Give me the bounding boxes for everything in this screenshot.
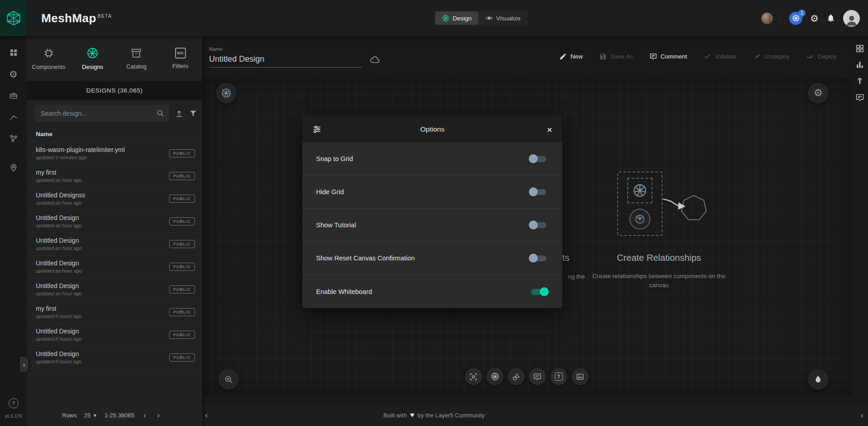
footer-built-with: Built with — [383, 412, 407, 419]
dashboard-icon[interactable] — [9, 48, 18, 57]
edit-pencil-icon — [559, 53, 567, 60]
pagination: Rows 25 ▾ 1-25 36065 ‹ › — [27, 404, 202, 426]
clipped-subtitle-fragment: ng the — [568, 273, 585, 280]
ink-droplet-button[interactable] — [808, 369, 829, 390]
shapes-tool[interactable] — [507, 368, 525, 385]
zoom-in-button[interactable] — [218, 369, 239, 390]
connections-icon[interactable] — [9, 134, 18, 143]
footer-community: by the Layer5 Community — [418, 412, 485, 419]
design-row[interactable]: Untitled Designupdated 8 hours ago PUBLI… — [27, 346, 202, 369]
tab-components[interactable]: Components — [27, 36, 71, 81]
kubernetes-context-button[interactable]: 1 — [789, 12, 802, 25]
right-dock — [851, 36, 868, 404]
search-icon[interactable] — [156, 109, 165, 118]
tab-designs[interactable]: Designs — [71, 36, 115, 81]
visibility-badge: PUBLIC — [169, 308, 195, 316]
help-button[interactable]: ? — [9, 398, 19, 408]
chevron-left-icon: ‹ — [205, 410, 208, 420]
visibility-badge: PUBLIC — [169, 331, 195, 339]
options-modal-title: Options — [325, 125, 540, 133]
media-icon — [576, 372, 585, 381]
performance-curve-icon[interactable] — [9, 113, 18, 122]
comment-button[interactable]: Comment — [649, 53, 688, 60]
option-row-show-tutorial: Show Tutorial — [302, 209, 562, 242]
option-row-enable-whiteboard: Enable Whiteboard — [302, 275, 562, 308]
snap-to-grid-toggle[interactable] — [529, 154, 549, 164]
relationship-arrow-illustration — [661, 182, 720, 232]
show-tutorial-toggle[interactable] — [529, 220, 549, 230]
notifications-button[interactable] — [826, 14, 835, 23]
filters-wasm-icon: WA — [175, 48, 186, 59]
comment-bubble-icon[interactable] — [855, 93, 864, 102]
new-button[interactable]: New — [559, 53, 583, 60]
enable-whiteboard-toggle[interactable] — [529, 287, 549, 297]
app-title: MeshMapBETA — [41, 11, 112, 25]
meshmap-logo[interactable] — [0, 0, 27, 36]
design-canvas[interactable]: ⚙ — [202, 78, 851, 396]
undeploy-cross-icon — [753, 53, 761, 60]
hide-grid-toggle[interactable] — [529, 187, 549, 197]
toolbox-icon[interactable] — [9, 91, 18, 100]
kubernetes-tool[interactable] — [486, 368, 503, 385]
tab-catalog[interactable]: Catalog — [115, 36, 159, 81]
collapse-dock-button[interactable]: ‹ — [861, 404, 863, 426]
validate-button: Validate — [703, 53, 736, 60]
design-row[interactable]: Untitled Designupdated an hour ago PUBLI… — [27, 255, 202, 278]
kubernetes-source-button[interactable] — [216, 83, 237, 103]
publish-upload-icon[interactable] — [175, 109, 184, 118]
search-input[interactable] — [41, 110, 156, 117]
comment-tool[interactable] — [529, 368, 546, 385]
visibility-badge: PUBLIC — [169, 263, 195, 271]
rows-per-page-select[interactable]: 25 ▾ — [84, 412, 97, 419]
collaborator-avatar[interactable] — [769, 12, 781, 24]
design-row[interactable]: Untitled Designupdated an hour ago PUBLI… — [27, 233, 202, 255]
panel-expander-button[interactable]: › — [20, 357, 28, 372]
lifecycle-gear-icon[interactable]: ⚙ — [9, 69, 18, 79]
scan-region-tool[interactable] — [465, 368, 482, 385]
name-column-header[interactable]: Name — [27, 126, 202, 142]
media-tool[interactable] — [571, 368, 589, 385]
grid-view-icon[interactable] — [855, 44, 864, 53]
filter-funnel-icon[interactable] — [189, 109, 197, 118]
canvas-options-button[interactable]: ⚙ — [808, 83, 829, 103]
search-row — [27, 100, 202, 126]
close-modal-button[interactable]: × — [540, 125, 552, 134]
pod-component-icon — [629, 209, 650, 230]
reset-canvas-confirmation-toggle[interactable] — [529, 253, 549, 263]
visualize-eye-icon — [485, 15, 493, 22]
rows-label: Rows — [62, 412, 77, 419]
previous-page-button[interactable]: ‹ — [141, 411, 148, 420]
design-row[interactable]: Untitled Designupdated 8 hours ago PUBLI… — [27, 323, 202, 346]
options-modal: Options × Snap to Grid Hide Grid Show Tu… — [302, 116, 562, 308]
user-avatar[interactable] — [843, 10, 860, 27]
design-name-label: Name — [209, 46, 362, 52]
design-row[interactable]: k8s-wasm-plugin-ratelimiter.ymlupdated 3… — [27, 142, 202, 165]
design-row[interactable]: Untitled Designssupdated an hour ago PUB… — [27, 187, 202, 210]
tab-filters[interactable]: WA Filters — [158, 36, 202, 81]
header-right-cluster: 1 ⚙ — [761, 0, 860, 36]
design-row[interactable]: my firstupdated an hour ago PUBLIC — [27, 165, 202, 187]
visualize-mode-button[interactable]: Visualize — [479, 12, 527, 25]
meshmap-logo-icon — [5, 9, 22, 27]
chevron-right-icon: › — [23, 361, 25, 368]
tap-gesture-icon[interactable] — [855, 77, 864, 86]
next-page-button[interactable]: › — [155, 411, 161, 420]
visibility-badge: PUBLIC — [169, 353, 195, 362]
help-icon: ? — [12, 400, 15, 407]
design-row[interactable]: Untitled Designupdated an hour ago PUBLI… — [27, 210, 202, 233]
gear-icon: ⚙ — [810, 13, 819, 24]
kubernetes-icon — [490, 372, 499, 381]
text-tool[interactable]: T — [550, 368, 567, 385]
settings-gear-button[interactable]: ⚙ — [810, 14, 819, 23]
design-mode-button[interactable]: Design — [435, 12, 478, 25]
collapse-panel-button[interactable]: ‹ — [205, 404, 208, 426]
design-row[interactable]: my firstupdated 6 hours ago PUBLIC — [27, 301, 202, 323]
design-name-input[interactable] — [209, 53, 362, 68]
analytics-chart-icon[interactable] — [855, 60, 864, 69]
environment-pin-icon[interactable] — [9, 163, 18, 172]
visibility-badge: PUBLIC — [169, 240, 195, 248]
pagination-range: 1-25 36065 — [105, 412, 135, 419]
app-version: v0.6.176 — [5, 414, 22, 419]
canvas-toolbar: T — [465, 368, 589, 385]
design-row[interactable]: Untitled Designupdated an hour ago PUBLI… — [27, 278, 202, 301]
